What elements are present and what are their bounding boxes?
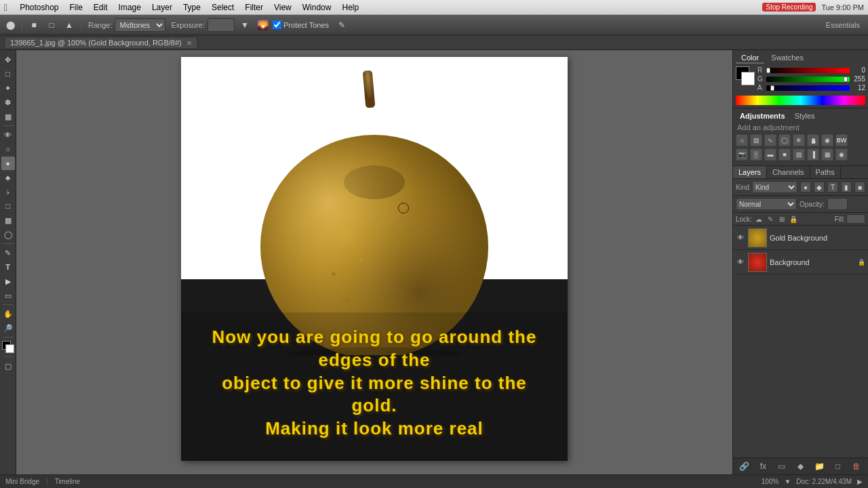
layer-pixel-filter[interactable]: ● bbox=[800, 182, 811, 192]
exposure-slider-icon[interactable]: ▼ bbox=[237, 18, 252, 33]
posterize-icon[interactable]: ▨ bbox=[793, 148, 805, 161]
tab-paths[interactable]: Paths bbox=[810, 166, 841, 178]
color-spectrum[interactable] bbox=[736, 96, 865, 105]
selection-tool[interactable]: □ bbox=[1, 67, 15, 81]
hsl-icon[interactable]: ⛄ bbox=[807, 134, 819, 146]
layer-item-background[interactable]: 👁 Background 🔒 bbox=[733, 250, 868, 274]
layer-fx-btn[interactable]: fx bbox=[757, 460, 769, 472]
menu-filter[interactable]: Filter bbox=[239, 1, 269, 14]
background-color[interactable] bbox=[5, 344, 14, 353]
tab-styles[interactable]: Styles bbox=[791, 111, 819, 121]
blue-slider[interactable] bbox=[766, 85, 850, 91]
layer-kind-select[interactable]: Kind bbox=[752, 181, 797, 193]
crop-tool[interactable]: ▦ bbox=[1, 110, 15, 123]
menu-image[interactable]: Image bbox=[113, 1, 146, 14]
bw-icon[interactable]: BW bbox=[835, 134, 848, 146]
history-brush-tool[interactable]: ♭ bbox=[1, 185, 15, 199]
gradient-map-icon[interactable]: ▩ bbox=[821, 148, 833, 161]
quick-select-tool[interactable]: ✽ bbox=[1, 96, 15, 109]
essentials-label[interactable]: Essentials bbox=[826, 21, 860, 29]
lock-position-btn[interactable]: ⊞ bbox=[777, 214, 787, 224]
levels-icon[interactable]: ▧ bbox=[750, 134, 762, 146]
menu-photoshop[interactable]: Photoshop bbox=[14, 1, 64, 14]
stop-recording-btn[interactable]: Stop Recording bbox=[762, 3, 816, 12]
lock-pixels-btn[interactable]: ✎ bbox=[766, 214, 775, 224]
color-lookup-icon[interactable]: ▬ bbox=[764, 148, 776, 161]
layer-shape-filter[interactable]: ▮ bbox=[841, 182, 852, 192]
layer-type-filter[interactable]: T bbox=[827, 182, 838, 192]
red-slider[interactable] bbox=[766, 68, 850, 73]
tab-swatches[interactable]: Swatches bbox=[766, 53, 809, 64]
color-squares[interactable] bbox=[736, 66, 755, 85]
tool-preset-3[interactable]: ▲ bbox=[62, 18, 77, 33]
threshold-icon[interactable]: ▐ bbox=[807, 148, 819, 161]
healing-tool[interactable]: ○ bbox=[1, 142, 15, 156]
screen-mode-btn[interactable]: ▢ bbox=[1, 359, 15, 373]
tab-color[interactable]: Color bbox=[736, 53, 764, 64]
pen-tool[interactable]: ✎ bbox=[1, 246, 15, 260]
status-arrow-btn[interactable]: ▶ bbox=[857, 478, 863, 485]
layer-new-btn[interactable]: □ bbox=[832, 460, 844, 472]
eyedropper-tool[interactable]: 👁 bbox=[1, 128, 15, 142]
eraser-tool[interactable]: □ bbox=[1, 199, 15, 213]
tab-layers[interactable]: Layers bbox=[733, 166, 767, 178]
dodge-tool[interactable]: ◯ bbox=[1, 228, 15, 241]
canvas-document[interactable]: Now you are going to go around the edges… bbox=[181, 57, 568, 461]
colorbalance-icon[interactable]: ◉ bbox=[821, 134, 833, 146]
menu-window[interactable]: Window bbox=[297, 1, 337, 14]
fill-input[interactable]: 100% bbox=[846, 214, 865, 224]
tab-adjustments[interactable]: Adjustments bbox=[736, 111, 789, 121]
layer-visibility-bg[interactable]: 👁 bbox=[736, 258, 745, 267]
range-select[interactable]: Midtones Shadows Highlights bbox=[115, 18, 165, 32]
brush-options-icon[interactable]: ✎ bbox=[334, 18, 349, 33]
exposure-adj-icon[interactable]: ◯ bbox=[778, 134, 791, 146]
blend-mode-select[interactable]: Normal bbox=[736, 198, 797, 210]
protect-tones-label[interactable]: Protect Tones bbox=[273, 20, 329, 29]
timeline-tab[interactable]: Timeline bbox=[55, 478, 80, 485]
stamp-tool[interactable]: ♣ bbox=[1, 171, 15, 184]
menu-help[interactable]: Help bbox=[336, 1, 364, 14]
menu-file[interactable]: File bbox=[64, 1, 88, 14]
brush-tool[interactable]: ● bbox=[1, 157, 15, 170]
lock-transparent-btn[interactable]: ☁ bbox=[754, 214, 764, 224]
shape-tool[interactable]: ▭ bbox=[1, 289, 15, 302]
brush-tool-icon[interactable]: ⬤ bbox=[3, 18, 18, 33]
exposure-input[interactable]: 56% bbox=[208, 18, 235, 32]
protect-tones-checkbox[interactable] bbox=[273, 20, 281, 29]
invert-icon[interactable]: ■ bbox=[778, 148, 791, 161]
background-color-swatch[interactable] bbox=[741, 72, 755, 85]
text-tool[interactable]: T bbox=[1, 260, 15, 274]
channel-mixer-icon[interactable]: ▒ bbox=[750, 148, 762, 161]
lock-all-btn[interactable]: 🔒 bbox=[789, 214, 798, 224]
layer-adjustment-btn[interactable]: ◆ bbox=[794, 460, 806, 472]
gradient-tool[interactable]: ▩ bbox=[1, 214, 15, 227]
tool-preset-2[interactable]: □ bbox=[44, 18, 59, 33]
mini-bridge-tab[interactable]: Mini Bridge bbox=[5, 478, 39, 485]
menu-view[interactable]: View bbox=[269, 1, 297, 14]
fg-bg-colors[interactable] bbox=[2, 341, 14, 353]
zoom-tool[interactable]: 🔎 bbox=[1, 321, 15, 335]
layer-group-btn[interactable]: 📁 bbox=[813, 460, 825, 472]
photo-filter-icon[interactable]: 📷 bbox=[736, 148, 748, 161]
layer-item-gold[interactable]: 👁 Gold Background bbox=[733, 226, 868, 250]
layer-mask-btn[interactable]: ▭ bbox=[776, 460, 788, 472]
hand-tool[interactable]: ✋ bbox=[1, 307, 15, 321]
path-select-tool[interactable]: ▶ bbox=[1, 274, 15, 288]
lasso-tool[interactable]: ✦ bbox=[1, 81, 15, 95]
blue-thumb[interactable] bbox=[770, 85, 774, 91]
menu-select[interactable]: Select bbox=[206, 1, 239, 14]
red-thumb[interactable] bbox=[766, 68, 770, 73]
move-tool[interactable]: ✥ bbox=[1, 53, 15, 66]
tab-close-icon[interactable]: ✕ bbox=[186, 39, 192, 47]
document-tab[interactable]: 139865_1.jpg @ 100% (Gold Background, RG… bbox=[4, 37, 198, 48]
zoom-step-down[interactable]: ▼ bbox=[784, 478, 791, 485]
menu-layer[interactable]: Layer bbox=[146, 1, 178, 14]
vibrance-icon[interactable]: ❄ bbox=[793, 134, 805, 146]
layer-visibility-gold[interactable]: 👁 bbox=[736, 233, 745, 243]
layer-smartobj-filter[interactable]: ■ bbox=[854, 182, 865, 192]
opacity-input[interactable]: 100% bbox=[827, 198, 848, 210]
green-slider[interactable] bbox=[766, 77, 850, 82]
menu-edit[interactable]: Edit bbox=[88, 1, 113, 14]
brightness-contrast-icon[interactable]: ☼ bbox=[736, 134, 748, 146]
layer-delete-btn[interactable]: 🗑 bbox=[850, 460, 863, 472]
